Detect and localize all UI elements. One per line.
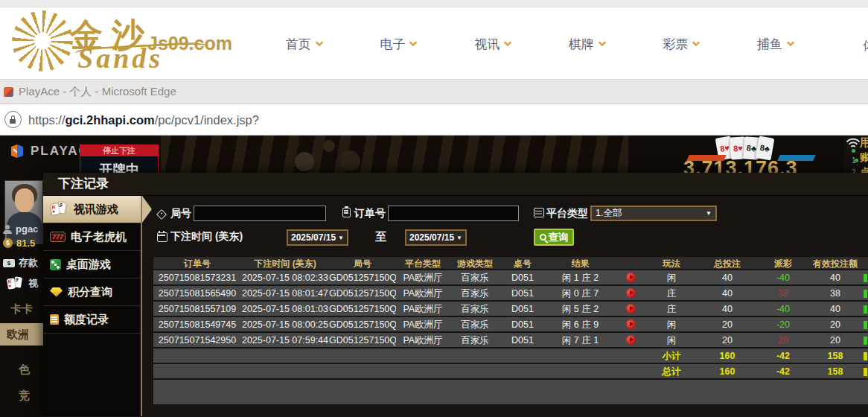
- col-header: 游戏类型: [450, 257, 500, 269]
- sidebar-item-4[interactable]: 额度记录: [43, 306, 141, 334]
- cell-platform: PA欧洲厅: [396, 317, 450, 331]
- rail-label[interactable]: 用: [860, 136, 868, 150]
- video-tab-partial[interactable]: 9K♥ 视: [6, 277, 38, 290]
- nav-item-5[interactable]: 捕鱼: [757, 36, 794, 53]
- total-payout: -42: [757, 364, 809, 378]
- cell-order: 250715081573231: [153, 270, 241, 284]
- cell-table_no: D051: [500, 270, 545, 284]
- side-tab[interactable]: 竞: [19, 389, 30, 403]
- chevron-down-icon: [692, 38, 701, 46]
- cell-overflow: [861, 270, 868, 284]
- cell-order: 250715081557109: [153, 302, 241, 316]
- cards-icon: 9K♥: [6, 277, 25, 290]
- cell-time: 2025-07-15 08:01:03: [241, 302, 329, 316]
- side-tab[interactable]: 卡卡: [10, 302, 33, 316]
- col-header: [861, 257, 868, 269]
- cell-replay: [616, 302, 645, 316]
- col-header: 有效投注额: [809, 257, 861, 269]
- cell-overflow: [861, 302, 868, 316]
- balance: 81.5: [16, 238, 35, 249]
- table-subtotal-row: 小计160-42158: [153, 348, 868, 364]
- cell-platform: PA欧洲厅: [396, 302, 450, 316]
- cell-overflow: [861, 333, 868, 347]
- replay-button[interactable]: [626, 319, 636, 329]
- cell-game: 百家乐: [450, 317, 500, 331]
- subtotal-payout: -42: [757, 348, 809, 363]
- cell-table_no: D051: [500, 302, 545, 316]
- subtotal-label: 小计: [645, 348, 698, 363]
- col-header: [616, 257, 645, 269]
- dropdown-caret-icon: ▼: [706, 210, 712, 217]
- window-titlebar: PlayAce - 个人 - Microsoft Edge: [0, 80, 868, 104]
- modal-sidebar: 9K♥视讯游戏777电子老虎机桌面游戏积分查询额度记录: [43, 196, 142, 416]
- nav-item-1[interactable]: 电子: [380, 36, 416, 53]
- cell-round: GD051257150QV: [329, 270, 396, 284]
- cell-replay: [616, 333, 645, 347]
- total-bet: 160: [698, 364, 757, 378]
- cell-payout: -40: [757, 270, 809, 284]
- balance-row: $ 81.5: [3, 238, 35, 249]
- nav-item-2[interactable]: 视讯: [474, 36, 511, 53]
- status-dot: [855, 159, 858, 162]
- search-button[interactable]: 查询: [534, 229, 574, 246]
- screen: 金沙 Js09.com Sands 首页电子视讯棋牌彩票捕鱼 体 PlayAce…: [0, 0, 868, 417]
- side-tab[interactable]: 色: [19, 363, 30, 377]
- replay-button[interactable]: [626, 335, 636, 345]
- col-header: 订单号: [153, 257, 241, 269]
- round-input[interactable]: [194, 206, 326, 221]
- order-input[interactable]: [388, 206, 519, 221]
- username: pgac: [16, 223, 38, 235]
- nav-item-4[interactable]: 彩票: [663, 36, 699, 53]
- replay-button[interactable]: [626, 288, 636, 298]
- chevron-down-icon: [598, 38, 606, 46]
- cell-play-type: 闲: [645, 317, 698, 331]
- cell-time: 2025-07-15 08:02:33: [241, 270, 329, 284]
- replay-button[interactable]: [626, 273, 636, 282]
- sidebar-item-3[interactable]: 积分查询: [43, 278, 141, 306]
- tag-icon: [156, 209, 167, 220]
- platform-select[interactable]: 1.全部 ▼: [590, 206, 717, 221]
- date-to-picker[interactable]: 2025/07/15 ▼: [405, 229, 467, 246]
- nav-item-3[interactable]: 棋牌: [569, 36, 605, 53]
- cell-payout: 38: [757, 286, 809, 300]
- col-header: 玩法: [645, 257, 698, 269]
- video-label: 视: [28, 277, 38, 290]
- cell-order: 250715071542950: [153, 333, 241, 347]
- cell-total-bet: 40: [698, 270, 757, 284]
- cell-result: 闲 0 庄 7: [545, 286, 616, 300]
- url-text[interactable]: https://gci.2hhapi.com/pc/pcv1/index.jsp…: [28, 104, 259, 136]
- table-total-row: 总计160-42158: [153, 364, 868, 380]
- lock-icon[interactable]: [4, 111, 22, 128]
- dropdown-caret-icon: ▼: [338, 235, 344, 241]
- cell-overflow: [861, 364, 868, 378]
- cell-round: GD051257150QT: [329, 302, 396, 316]
- site-header: 金沙 Js09.com Sands 首页电子视讯棋牌彩票捕鱼 体: [0, 0, 868, 80]
- nav-item-0[interactable]: 首页: [286, 36, 322, 53]
- cell-round: GD051257150QR: [329, 333, 396, 347]
- nav-item-partial[interactable]: 体: [863, 37, 868, 54]
- window-title: PlayAce - 个人 - Microsoft Edge: [19, 80, 176, 104]
- col-header: 平台类型: [396, 257, 450, 269]
- chevron-down-icon: [409, 38, 418, 46]
- sidebar-item-2[interactable]: 桌面游戏: [43, 251, 141, 278]
- deposit-row[interactable]: $ 存款: [3, 256, 38, 270]
- replay-button[interactable]: [626, 304, 636, 313]
- cell-play-type: 庄: [645, 286, 698, 300]
- date-from-picker[interactable]: 2025/07/15 ▼: [287, 229, 348, 246]
- cell-valid-bet: 40: [809, 302, 861, 316]
- sidebar-item-0[interactable]: 9K♥视讯游戏: [43, 196, 141, 223]
- url-bar[interactable]: https://gci.2hhapi.com/pc/pcv1/index.jsp…: [0, 104, 868, 136]
- to-label: 至: [375, 230, 386, 244]
- casino-page: PLAYACE 停止下注 开牌中 8♥ 8♥ 8♣ 8♣ 3,713,176.3…: [0, 136, 868, 417]
- wifi-icon: [845, 137, 861, 148]
- col-header: 派彩: [757, 257, 809, 269]
- rail-label[interactable]: 账: [860, 151, 868, 165]
- round-label: 局号: [170, 207, 191, 220]
- avatar: [4, 180, 43, 244]
- sidebar-item-1[interactable]: 777电子老虎机: [43, 223, 141, 251]
- table-header-row: 订单号下注时间 (美东)局号平台类型游戏类型桌号结果玩法总投注派彩有效投注额: [153, 257, 868, 270]
- money-bag-icon: $: [3, 238, 13, 248]
- col-header: 总投注: [698, 257, 757, 269]
- side-tab-selected[interactable]: 欧洲: [0, 323, 43, 346]
- table-row: 2507150815571092025-07-15 08:01:03GD0512…: [153, 302, 868, 317]
